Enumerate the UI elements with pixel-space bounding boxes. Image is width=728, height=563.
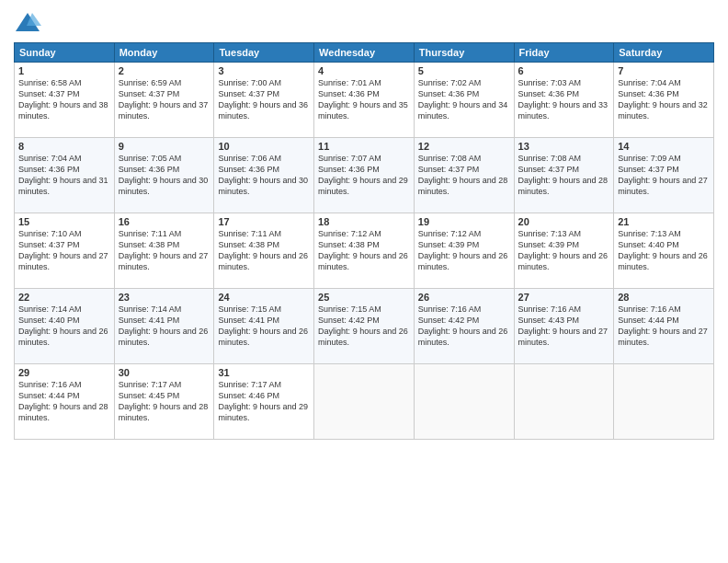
day-number: 6 [518, 65, 610, 76]
day-number: 25 [318, 292, 410, 303]
day-header-tuesday: Tuesday [214, 43, 314, 63]
day-info: Sunrise: 7:13 AM Sunset: 4:39 PM Dayligh… [518, 228, 610, 273]
day-number: 26 [418, 292, 510, 303]
day-info: Sunrise: 7:06 AM Sunset: 4:36 PM Dayligh… [218, 153, 310, 198]
day-info: Sunrise: 7:00 AM Sunset: 4:37 PM Dayligh… [218, 77, 310, 122]
day-info: Sunrise: 7:15 AM Sunset: 4:42 PM Dayligh… [318, 304, 410, 349]
day-number: 1 [18, 65, 110, 76]
day-info: Sunrise: 7:16 AM Sunset: 4:44 PM Dayligh… [618, 304, 710, 349]
day-info: Sunrise: 6:59 AM Sunset: 4:37 PM Dayligh… [119, 77, 210, 122]
day-info: Sunrise: 7:12 AM Sunset: 4:39 PM Dayligh… [418, 228, 510, 273]
day-cell: 26 Sunrise: 7:16 AM Sunset: 4:42 PM Dayl… [414, 289, 514, 364]
day-number: 3 [218, 65, 310, 76]
day-info: Sunrise: 7:09 AM Sunset: 4:37 PM Dayligh… [618, 153, 710, 198]
day-info: Sunrise: 7:17 AM Sunset: 4:45 PM Dayligh… [119, 379, 210, 424]
day-cell: 20 Sunrise: 7:13 AM Sunset: 4:39 PM Dayl… [514, 213, 614, 289]
day-cell: 9 Sunrise: 7:05 AM Sunset: 4:36 PM Dayli… [114, 138, 214, 213]
day-number: 28 [618, 292, 710, 303]
day-number: 24 [218, 292, 310, 303]
day-cell: 23 Sunrise: 7:14 AM Sunset: 4:41 PM Dayl… [114, 289, 214, 364]
day-header-wednesday: Wednesday [314, 43, 415, 63]
day-number: 10 [218, 141, 310, 152]
day-cell: 19 Sunrise: 7:12 AM Sunset: 4:39 PM Dayl… [414, 213, 514, 289]
day-number: 13 [518, 141, 610, 152]
page: SundayMondayTuesdayWednesdayThursdayFrid… [0, 0, 728, 563]
day-info: Sunrise: 7:05 AM Sunset: 4:36 PM Dayligh… [119, 153, 210, 198]
day-header-saturday: Saturday [614, 43, 714, 63]
day-cell [314, 364, 415, 440]
day-cell: 27 Sunrise: 7:16 AM Sunset: 4:43 PM Dayl… [514, 289, 614, 364]
day-cell: 24 Sunrise: 7:15 AM Sunset: 4:41 PM Dayl… [214, 289, 314, 364]
day-number: 31 [218, 367, 310, 378]
day-cell: 12 Sunrise: 7:08 AM Sunset: 4:37 PM Dayl… [414, 138, 514, 213]
day-number: 20 [518, 216, 610, 227]
day-info: Sunrise: 7:03 AM Sunset: 4:36 PM Dayligh… [518, 77, 610, 122]
day-cell: 21 Sunrise: 7:13 AM Sunset: 4:40 PM Dayl… [614, 213, 714, 289]
day-cell: 1 Sunrise: 6:58 AM Sunset: 4:37 PM Dayli… [15, 63, 115, 138]
day-header-monday: Monday [114, 43, 214, 63]
day-number: 30 [119, 367, 210, 378]
day-info: Sunrise: 7:14 AM Sunset: 4:41 PM Dayligh… [119, 304, 210, 349]
day-info: Sunrise: 7:08 AM Sunset: 4:37 PM Dayligh… [518, 153, 610, 198]
day-number: 2 [119, 65, 210, 76]
day-cell: 15 Sunrise: 7:10 AM Sunset: 4:37 PM Dayl… [15, 213, 115, 289]
day-info: Sunrise: 7:11 AM Sunset: 4:38 PM Dayligh… [218, 228, 310, 273]
day-number: 4 [318, 65, 410, 76]
day-cell: 8 Sunrise: 7:04 AM Sunset: 4:36 PM Dayli… [15, 138, 115, 213]
day-info: Sunrise: 7:08 AM Sunset: 4:37 PM Dayligh… [418, 153, 510, 198]
day-number: 12 [418, 141, 510, 152]
day-header-friday: Friday [514, 43, 614, 63]
week-row-1: 1 Sunrise: 6:58 AM Sunset: 4:37 PM Dayli… [15, 63, 714, 138]
day-cell: 28 Sunrise: 7:16 AM Sunset: 4:44 PM Dayl… [614, 289, 714, 364]
calendar-header-row: SundayMondayTuesdayWednesdayThursdayFrid… [15, 43, 714, 63]
day-info: Sunrise: 7:16 AM Sunset: 4:43 PM Dayligh… [518, 304, 610, 349]
day-cell: 7 Sunrise: 7:04 AM Sunset: 4:36 PM Dayli… [614, 63, 714, 138]
day-cell: 5 Sunrise: 7:02 AM Sunset: 4:36 PM Dayli… [414, 63, 514, 138]
day-info: Sunrise: 7:13 AM Sunset: 4:40 PM Dayligh… [618, 228, 710, 273]
day-cell: 22 Sunrise: 7:14 AM Sunset: 4:40 PM Dayl… [15, 289, 115, 364]
day-info: Sunrise: 7:16 AM Sunset: 4:44 PM Dayligh… [18, 379, 110, 424]
day-header-sunday: Sunday [15, 43, 115, 63]
day-info: Sunrise: 7:10 AM Sunset: 4:37 PM Dayligh… [18, 228, 110, 273]
week-row-4: 22 Sunrise: 7:14 AM Sunset: 4:40 PM Dayl… [15, 289, 714, 364]
week-row-2: 8 Sunrise: 7:04 AM Sunset: 4:36 PM Dayli… [15, 138, 714, 213]
day-cell: 29 Sunrise: 7:16 AM Sunset: 4:44 PM Dayl… [15, 364, 115, 440]
day-info: Sunrise: 6:58 AM Sunset: 4:37 PM Dayligh… [18, 77, 110, 122]
day-header-thursday: Thursday [414, 43, 514, 63]
day-cell: 13 Sunrise: 7:08 AM Sunset: 4:37 PM Dayl… [514, 138, 614, 213]
week-row-5: 29 Sunrise: 7:16 AM Sunset: 4:44 PM Dayl… [15, 364, 714, 440]
day-info: Sunrise: 7:17 AM Sunset: 4:46 PM Dayligh… [218, 379, 310, 424]
day-info: Sunrise: 7:04 AM Sunset: 4:36 PM Dayligh… [18, 153, 110, 198]
day-number: 11 [318, 141, 410, 152]
day-number: 9 [119, 141, 210, 152]
day-cell: 10 Sunrise: 7:06 AM Sunset: 4:36 PM Dayl… [214, 138, 314, 213]
day-info: Sunrise: 7:02 AM Sunset: 4:36 PM Dayligh… [418, 77, 510, 122]
day-number: 27 [518, 292, 610, 303]
day-cell [414, 364, 514, 440]
day-number: 15 [18, 216, 110, 227]
day-number: 14 [618, 141, 710, 152]
day-info: Sunrise: 7:12 AM Sunset: 4:38 PM Dayligh… [318, 228, 410, 273]
day-cell: 2 Sunrise: 6:59 AM Sunset: 4:37 PM Dayli… [114, 63, 214, 138]
day-info: Sunrise: 7:04 AM Sunset: 4:36 PM Dayligh… [618, 77, 710, 122]
logo-icon [14, 9, 41, 37]
day-cell: 11 Sunrise: 7:07 AM Sunset: 4:36 PM Dayl… [314, 138, 415, 213]
day-cell: 25 Sunrise: 7:15 AM Sunset: 4:42 PM Dayl… [314, 289, 415, 364]
day-cell: 16 Sunrise: 7:11 AM Sunset: 4:38 PM Dayl… [114, 213, 214, 289]
day-info: Sunrise: 7:15 AM Sunset: 4:41 PM Dayligh… [218, 304, 310, 349]
day-cell: 30 Sunrise: 7:17 AM Sunset: 4:45 PM Dayl… [114, 364, 214, 440]
day-info: Sunrise: 7:07 AM Sunset: 4:36 PM Dayligh… [318, 153, 410, 198]
day-number: 18 [318, 216, 410, 227]
day-cell: 14 Sunrise: 7:09 AM Sunset: 4:37 PM Dayl… [614, 138, 714, 213]
day-info: Sunrise: 7:01 AM Sunset: 4:36 PM Dayligh… [318, 77, 410, 122]
day-info: Sunrise: 7:11 AM Sunset: 4:38 PM Dayligh… [119, 228, 210, 273]
day-number: 29 [18, 367, 110, 378]
calendar-table: SundayMondayTuesdayWednesdayThursdayFrid… [14, 42, 714, 440]
day-number: 7 [618, 65, 710, 76]
day-cell: 6 Sunrise: 7:03 AM Sunset: 4:36 PM Dayli… [514, 63, 614, 138]
header [14, 9, 714, 37]
day-cell: 31 Sunrise: 7:17 AM Sunset: 4:46 PM Dayl… [214, 364, 314, 440]
day-cell [614, 364, 714, 440]
day-number: 16 [119, 216, 210, 227]
day-info: Sunrise: 7:14 AM Sunset: 4:40 PM Dayligh… [18, 304, 110, 349]
